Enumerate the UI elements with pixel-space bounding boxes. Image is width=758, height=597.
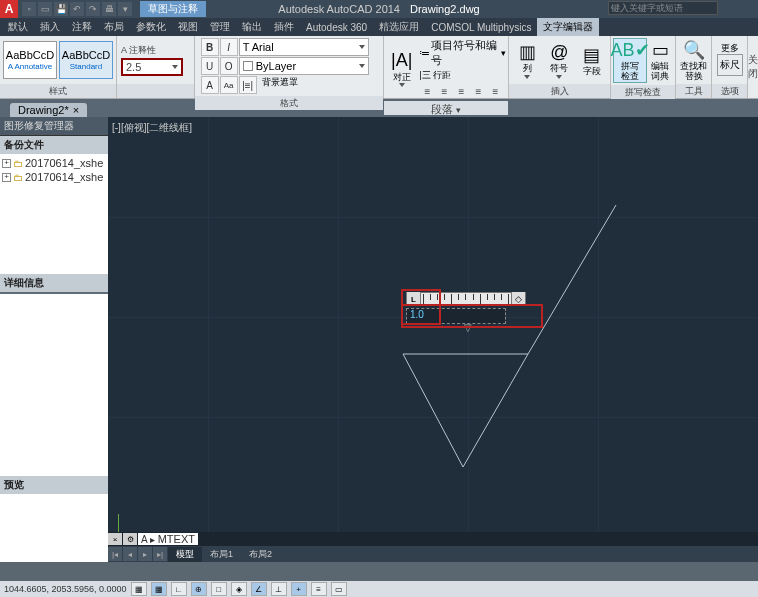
- text-ruler[interactable]: L ◇: [406, 292, 526, 306]
- layout-tab-2[interactable]: 布局2: [241, 547, 280, 562]
- grid-toggle[interactable]: ▦: [151, 582, 167, 596]
- find-button[interactable]: 🔍查找和 替换: [678, 39, 709, 82]
- text-height-input[interactable]: 2.5: [121, 58, 183, 76]
- ruler-icon[interactable]: |≡|: [239, 76, 257, 94]
- dictionary-button[interactable]: ▭编辑 词典: [647, 39, 673, 82]
- tab-a360[interactable]: Autodesk 360: [300, 20, 373, 35]
- columns-button[interactable]: ▥列: [511, 41, 543, 79]
- lwt-toggle[interactable]: ≡: [311, 582, 327, 596]
- mask-button[interactable]: 背景遮罩: [258, 76, 302, 94]
- group-format: B I T Arial U O ByLayer A Aa |≡| 背景遮罩 格式: [195, 36, 384, 98]
- expand-icon[interactable]: +: [2, 159, 11, 168]
- width-handle-icon[interactable]: ▽: [464, 322, 472, 333]
- close-editor-button[interactable]: 关闭: [748, 36, 758, 98]
- layer-color-selector[interactable]: ByLayer: [239, 57, 369, 75]
- tab-insert[interactable]: 插入: [34, 18, 66, 36]
- tab-first-icon[interactable]: |◂: [108, 547, 122, 561]
- bullets-button[interactable]: ≔项目符号和编号▾: [419, 38, 506, 68]
- spellcheck-button[interactable]: AB✔拼写 检查: [613, 38, 647, 83]
- tab-default[interactable]: 默认: [2, 18, 34, 36]
- command-line[interactable]: × ⚙ A ▸ MTEXT: [108, 532, 758, 546]
- search-icon: 🔍: [683, 39, 705, 61]
- layout-tab-1[interactable]: 布局1: [202, 547, 241, 562]
- app-logo[interactable]: A: [0, 0, 18, 18]
- tree-item[interactable]: +🗀20170614_xshe: [2, 156, 106, 170]
- undo-icon[interactable]: ↶: [70, 2, 84, 16]
- backup-files-header[interactable]: 备份文件: [0, 136, 108, 154]
- preview-header[interactable]: 预览: [0, 476, 108, 494]
- tree-item[interactable]: +🗀20170614_xshe: [2, 170, 106, 184]
- align-left-icon[interactable]: ≡: [419, 83, 435, 99]
- ruler-tab-icon[interactable]: L: [407, 292, 421, 306]
- symbol-button[interactable]: @符号: [543, 41, 575, 79]
- repair-manager-header[interactable]: 图形修复管理器: [0, 117, 108, 136]
- drawing-geometry: [108, 117, 758, 537]
- cmd-config-icon[interactable]: ⚙: [123, 533, 137, 545]
- redo-icon[interactable]: ↷: [86, 2, 100, 16]
- style-annotative[interactable]: AaBbCcD A Annotative: [3, 41, 57, 79]
- bullets-icon: ≔: [419, 47, 430, 60]
- mtext-editor[interactable]: L ◇ 1.0 ▽: [406, 292, 526, 324]
- tab-plugins[interactable]: 插件: [268, 18, 300, 36]
- italic-button[interactable]: I: [220, 38, 238, 56]
- tab-text-editor[interactable]: 文字编辑器: [537, 18, 599, 36]
- dyn-toggle[interactable]: +: [291, 582, 307, 596]
- search-input[interactable]: 键入关键字或短语: [608, 1, 718, 15]
- osnap-toggle[interactable]: □: [211, 582, 227, 596]
- group-spellcheck: AB✔拼写 检查 ▭编辑 词典 拼写检查: [611, 36, 676, 98]
- tab-view[interactable]: 视图: [172, 18, 204, 36]
- chevron-down-icon: [399, 83, 405, 87]
- ortho-toggle[interactable]: ∟: [171, 582, 187, 596]
- align-center-icon[interactable]: ≡: [436, 83, 452, 99]
- open-icon[interactable]: ▭: [38, 2, 52, 16]
- group-format-title: 格式: [195, 96, 383, 110]
- status-bar: 1044.6605, 2053.5956, 0.0000 ▦ ▦ ∟ ⊕ □ ◈…: [0, 581, 758, 597]
- case-button[interactable]: Aa: [220, 76, 238, 94]
- tab-manage[interactable]: 管理: [204, 18, 236, 36]
- tpy-toggle[interactable]: ▭: [331, 582, 347, 596]
- align-justify-icon[interactable]: ≡: [470, 83, 486, 99]
- font-big-button[interactable]: A: [201, 76, 219, 94]
- doc-tab-drawing2[interactable]: Drawing2*×: [10, 103, 87, 117]
- otrack-toggle[interactable]: ∠: [251, 582, 267, 596]
- overline-button[interactable]: O: [220, 57, 238, 75]
- bold-button[interactable]: B: [201, 38, 219, 56]
- folder-icon: 🗀: [13, 172, 23, 183]
- tab-parametric[interactable]: 参数化: [130, 18, 172, 36]
- new-icon[interactable]: ▫: [22, 2, 36, 16]
- close-icon[interactable]: ×: [73, 104, 79, 116]
- more-button[interactable]: 更多标尺: [714, 44, 745, 77]
- workspace-selector[interactable]: 草图与注释: [140, 1, 206, 17]
- snap-toggle[interactable]: ▦: [131, 582, 147, 596]
- 3dosnap-toggle[interactable]: ◈: [231, 582, 247, 596]
- style-standard[interactable]: AaBbCcD Standard: [59, 41, 113, 79]
- command-input[interactable]: A ▸ MTEXT: [138, 533, 198, 545]
- align-right-icon[interactable]: ≡: [453, 83, 469, 99]
- save-icon[interactable]: 💾: [54, 2, 68, 16]
- tab-featured[interactable]: 精选应用: [373, 18, 425, 36]
- tab-last-icon[interactable]: ▸|: [153, 547, 167, 561]
- ducs-toggle[interactable]: ⊥: [271, 582, 287, 596]
- expand-icon[interactable]: +: [2, 173, 11, 182]
- field-button[interactable]: ▤字段: [576, 44, 608, 77]
- layout-tab-model[interactable]: 模型: [168, 547, 202, 562]
- print-icon[interactable]: 🖶: [102, 2, 116, 16]
- tab-prev-icon[interactable]: ◂: [123, 547, 137, 561]
- justify-button[interactable]: |A| 对正: [386, 50, 417, 88]
- cmd-close-icon[interactable]: ×: [108, 533, 122, 545]
- align-dist-icon[interactable]: ≡: [487, 83, 503, 99]
- detail-header[interactable]: 详细信息: [0, 274, 108, 292]
- linespacing-button[interactable]: |三 行距: [419, 69, 506, 82]
- underline-button[interactable]: U: [201, 57, 219, 75]
- polar-toggle[interactable]: ⊕: [191, 582, 207, 596]
- drawing-canvas[interactable]: [-][俯视][二维线框] L ◇ 1.0 ▽: [108, 117, 758, 562]
- tab-output[interactable]: 输出: [236, 18, 268, 36]
- mtext-input[interactable]: 1.0: [406, 308, 506, 324]
- tab-annotate[interactable]: 注释: [66, 18, 98, 36]
- tab-layout[interactable]: 布局: [98, 18, 130, 36]
- qat-more-icon[interactable]: ▾: [118, 2, 132, 16]
- font-selector[interactable]: T Arial: [239, 38, 369, 56]
- tab-comsol[interactable]: COMSOL Multiphysics: [425, 20, 537, 35]
- ruler-handle-icon[interactable]: ◇: [511, 292, 525, 306]
- tab-next-icon[interactable]: ▸: [138, 547, 152, 561]
